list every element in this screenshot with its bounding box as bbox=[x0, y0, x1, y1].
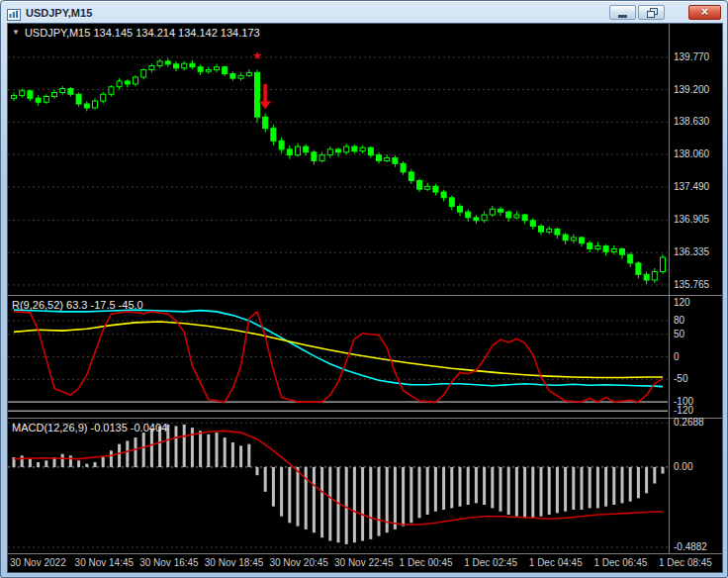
time-axis-separator bbox=[8, 553, 722, 554]
axis-label: -50 bbox=[674, 373, 687, 384]
symbol-ohlc-label[interactable]: ▼ USDJPY,M15 134.145 134.214 134.142 134… bbox=[12, 27, 260, 39]
panel-separator[interactable] bbox=[8, 418, 722, 419]
time-axis-label: 1 Dec 00:45 bbox=[400, 557, 453, 568]
axis-label: 0.00 bbox=[674, 461, 692, 472]
ohlc-text: USDJPY,M15 134.145 134.214 134.142 134.1… bbox=[25, 27, 260, 39]
axis-label: 139.770 bbox=[674, 51, 709, 62]
time-axis-label: 30 Nov 14:45 bbox=[75, 557, 135, 568]
axis-label: 50 bbox=[674, 329, 684, 339]
axis-label: 138.630 bbox=[674, 116, 709, 127]
axis-label: 139.200 bbox=[674, 84, 709, 95]
time-axis-label: 1 Dec 06:45 bbox=[593, 557, 647, 568]
chart-window-icon bbox=[7, 7, 21, 19]
time-axis-label: 30 Nov 20:45 bbox=[269, 557, 328, 568]
time-axis-label: 30 Nov 2022 bbox=[10, 557, 66, 568]
time-axis[interactable]: 30 Nov 202230 Nov 14:4530 Nov 16:4530 No… bbox=[8, 554, 722, 572]
star-marker-icon: ★ bbox=[252, 49, 262, 61]
r-indicator-svg bbox=[8, 296, 722, 418]
axis-label: -120 bbox=[674, 405, 693, 416]
restore-icon bbox=[647, 8, 657, 17]
price-chart-svg: ★ bbox=[8, 24, 722, 295]
axis-label: 136.905 bbox=[674, 214, 709, 225]
axis-label: 120 bbox=[674, 297, 690, 308]
axis-label: 137.490 bbox=[674, 181, 709, 192]
axis-label: 80 bbox=[674, 315, 684, 326]
chevron-down-icon[interactable]: ▼ bbox=[12, 28, 20, 38]
axis-label: -0.4882 bbox=[674, 541, 707, 552]
close-button[interactable]: × bbox=[688, 5, 721, 20]
close-icon: × bbox=[701, 6, 708, 19]
chart-window: USDJPY,M15 × ▼ USDJPY,M15 134.145 134.21… bbox=[0, 0, 728, 578]
time-axis-label: 1 Dec 04:45 bbox=[529, 557, 583, 568]
time-axis-label: 1 Dec 02:45 bbox=[464, 557, 517, 568]
time-axis-label: 1 Dec 08:45 bbox=[659, 557, 712, 568]
panel-separator[interactable] bbox=[8, 295, 722, 296]
axis-label: 135.765 bbox=[674, 279, 709, 290]
axis-label: 138.060 bbox=[674, 148, 709, 159]
macd-svg bbox=[8, 419, 722, 553]
price-panel[interactable]: ▼ USDJPY,M15 134.145 134.214 134.142 134… bbox=[8, 24, 722, 295]
price-axis-separator bbox=[669, 24, 670, 553]
macd-indicator-label: MACD(12,26,9) -0.0135 -0.0404 bbox=[12, 422, 167, 434]
time-axis-label: 30 Nov 18:45 bbox=[205, 557, 264, 568]
axis-label: 136.335 bbox=[674, 246, 709, 257]
macd-panel[interactable]: MACD(12,26,9) -0.0135 -0.0404 bbox=[8, 419, 722, 553]
axis-label: 0 bbox=[674, 351, 680, 362]
down-arrow-icon bbox=[259, 84, 271, 109]
window-titlebar[interactable]: USDJPY,M15 × bbox=[2, 2, 726, 23]
chart-client-area: ▼ USDJPY,M15 134.145 134.214 134.142 134… bbox=[8, 24, 722, 572]
r-indicator-panel[interactable]: R(9,26,52) 63.3 -17.5 -45.0 bbox=[8, 296, 722, 418]
restore-button[interactable] bbox=[638, 5, 665, 20]
time-axis-label: 30 Nov 22:45 bbox=[334, 557, 394, 568]
minimize-icon bbox=[618, 15, 627, 18]
window-title: USDJPY,M15 bbox=[26, 7, 92, 19]
axis-label: 0.2688 bbox=[674, 417, 704, 428]
time-axis-label: 30 Nov 16:45 bbox=[139, 557, 199, 568]
r-indicator-label: R(9,26,52) 63.3 -17.5 -45.0 bbox=[12, 299, 143, 311]
minimize-button[interactable] bbox=[609, 5, 636, 20]
